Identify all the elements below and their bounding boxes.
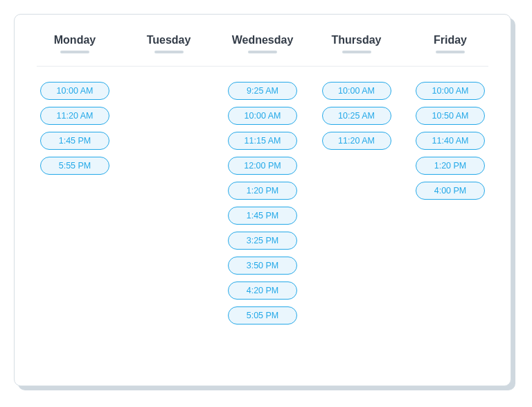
slot-col-tuesday [131, 82, 207, 324]
day-underline [60, 51, 89, 53]
time-slot-button[interactable]: 4:20 PM [228, 282, 297, 300]
slots-row: 10:00 AM 11:20 AM 1:45 PM 5:55 PM 9:25 A… [37, 82, 488, 324]
day-header-thursday: Thursday [319, 34, 395, 53]
day-underline [248, 51, 277, 53]
time-slot-button[interactable]: 11:20 AM [322, 132, 391, 150]
time-slot-button[interactable]: 10:25 AM [322, 107, 391, 125]
time-slot-button[interactable]: 1:45 PM [228, 207, 297, 225]
day-label: Thursday [331, 34, 381, 46]
day-label: Wednesday [232, 34, 294, 46]
time-slot-button[interactable]: 10:50 AM [416, 107, 485, 125]
time-slot-button[interactable]: 10:00 AM [228, 107, 297, 125]
schedule-frame: Monday Tuesday Wednesday Thursday Friday… [14, 14, 511, 386]
time-slot-button[interactable]: 11:15 AM [228, 132, 297, 150]
time-slot-button[interactable]: 1:20 PM [228, 182, 297, 200]
day-underline [154, 51, 184, 53]
day-header-tuesday: Tuesday [131, 34, 207, 53]
day-header-monday: Monday [37, 34, 113, 53]
day-underline [342, 51, 371, 53]
time-slot-button[interactable]: 9:25 AM [228, 82, 297, 100]
time-slot-button[interactable]: 5:05 PM [228, 306, 297, 324]
day-header-row: Monday Tuesday Wednesday Thursday Friday [37, 34, 488, 67]
time-slot-button[interactable]: 11:20 AM [40, 107, 109, 125]
time-slot-button[interactable]: 11:40 AM [416, 132, 485, 150]
time-slot-button[interactable]: 1:20 PM [416, 157, 485, 175]
time-slot-button[interactable]: 5:55 PM [40, 157, 109, 175]
time-slot-button[interactable]: 10:00 AM [416, 82, 485, 100]
day-label: Tuesday [147, 34, 191, 46]
time-slot-button[interactable]: 4:00 PM [416, 182, 485, 200]
time-slot-button[interactable]: 3:25 PM [228, 232, 297, 250]
slot-col-wednesday: 9:25 AM 10:00 AM 11:15 AM 12:00 PM 1:20 … [224, 82, 301, 324]
day-header-wednesday: Wednesday [224, 34, 301, 53]
time-slot-button[interactable]: 1:45 PM [40, 132, 109, 150]
time-slot-button[interactable]: 10:00 AM [322, 82, 391, 100]
time-slot-button[interactable]: 10:00 AM [40, 82, 109, 100]
day-label: Friday [434, 34, 467, 46]
slot-col-monday: 10:00 AM 11:20 AM 1:45 PM 5:55 PM [37, 82, 113, 324]
slot-col-friday: 10:00 AM 10:50 AM 11:40 AM 1:20 PM 4:00 … [412, 82, 488, 324]
time-slot-button[interactable]: 3:50 PM [228, 257, 297, 275]
time-slot-button[interactable]: 12:00 PM [228, 157, 297, 175]
slot-col-thursday: 10:00 AM 10:25 AM 11:20 AM [319, 82, 395, 324]
day-underline [436, 51, 465, 53]
day-label: Monday [54, 34, 96, 46]
day-header-friday: Friday [412, 34, 488, 53]
